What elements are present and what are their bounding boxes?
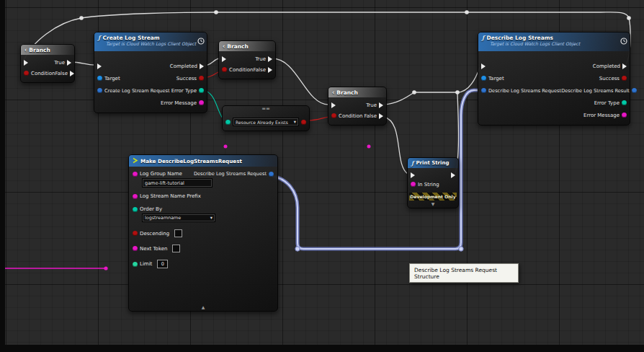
output-struct-pin[interactable] <box>269 172 274 177</box>
pin-label-target: Target <box>488 76 504 82</box>
describe-log-streams-node[interactable]: ƒDescribe Log Streams Target is Cloud Wa… <box>478 32 630 126</box>
pin-label-false: False <box>55 71 68 76</box>
node-title: Describe Log Streams <box>486 35 553 41</box>
exec-out-pin[interactable] <box>451 172 455 178</box>
branch-node-2[interactable]: ‹ Branch True Condition False <box>218 40 276 79</box>
blueprint-graph-canvas[interactable]: ‹ Branch True Condition False ƒCreate Lo… <box>0 0 644 352</box>
string-wire-end[interactable] <box>104 266 107 270</box>
pin-label-true: True <box>255 56 266 62</box>
exec-in-pin[interactable] <box>331 102 336 108</box>
in-string-pin[interactable] <box>411 182 416 187</box>
viewport-edge-left <box>0 0 5 352</box>
exec-in-pin[interactable] <box>481 63 486 69</box>
completed-exec-out-pin[interactable] <box>200 63 204 69</box>
limit-pin[interactable] <box>133 262 138 267</box>
exec-wire <box>384 67 480 105</box>
order-by-dropdown[interactable]: logstreamname ▾ <box>142 214 215 222</box>
error-message-pin[interactable] <box>199 100 204 105</box>
completed-exec-out-pin[interactable] <box>622 63 627 69</box>
print-string-node[interactable]: ƒ Print String In String Development Onl… <box>407 157 459 208</box>
equal-enum-node[interactable]: == Resource Already Exists ▾ <box>222 105 310 131</box>
node-header: ‹ Branch <box>219 41 275 51</box>
condition-pin[interactable] <box>222 67 227 72</box>
string-pin-dangling[interactable] <box>367 145 371 149</box>
exec-in-pin[interactable] <box>222 56 226 62</box>
reroute-node[interactable] <box>412 90 416 94</box>
pin-label-in-string: In String <box>418 182 439 188</box>
descending-checkbox[interactable] <box>174 229 182 237</box>
reroute-node[interactable] <box>79 16 84 20</box>
create-log-stream-node[interactable]: ƒCreate Log Stream Target is Cloud Watch… <box>94 32 207 113</box>
bool-result-pin[interactable] <box>301 120 306 125</box>
pin-label-completed: Completed <box>593 63 620 69</box>
target-pin[interactable] <box>481 76 486 81</box>
node-header: ƒDescribe Log Streams Target is Cloud Wa… <box>478 32 630 51</box>
reroute-node[interactable] <box>214 10 218 14</box>
exec-in-pin[interactable] <box>24 60 28 66</box>
limit-input[interactable]: 0 <box>157 260 168 268</box>
exec-in-pin[interactable] <box>411 172 415 178</box>
pin-label-descending: Descending <box>140 231 169 237</box>
branch-icon: ‹ <box>24 47 27 53</box>
node-title: Branch <box>227 43 249 50</box>
success-pin[interactable] <box>622 76 627 81</box>
exec-wire <box>272 58 328 105</box>
error-type-pin[interactable] <box>622 100 627 105</box>
exec-in-pin[interactable] <box>97 63 102 69</box>
result-pin[interactable] <box>632 88 637 93</box>
pin-label-success: Success <box>176 76 197 82</box>
pin-label-completed: Completed <box>170 63 197 69</box>
descending-pin[interactable] <box>133 231 138 236</box>
pin-label-error-message: Error Message <box>161 100 197 106</box>
node-header: ‹ Branch <box>328 87 386 97</box>
pin-label-error-message: Error Message <box>583 113 620 118</box>
expand-arrow-icon[interactable]: ▼ <box>408 201 458 208</box>
string-pin-dangling[interactable] <box>224 145 228 149</box>
pin-label-log-stream-name-prefix: Log Stream Name Prefix <box>140 193 201 199</box>
exec-out-true-pin[interactable] <box>268 56 272 62</box>
error-type-pin[interactable] <box>199 88 204 93</box>
target-pin[interactable] <box>97 76 102 81</box>
reroute-node[interactable] <box>465 10 469 14</box>
collapse-arrow-icon[interactable]: ▲ <box>129 304 277 311</box>
request-pin[interactable] <box>481 88 486 93</box>
make-describe-log-streams-request-node[interactable]: Make DescribeLogStreamsRequest Log Group… <box>128 154 278 312</box>
exec-out-false-pin[interactable] <box>379 113 383 119</box>
log-group-name-input[interactable] <box>142 178 213 188</box>
request-pin[interactable] <box>97 88 102 93</box>
pin-label-request: Create Log Stream Request <box>104 88 170 94</box>
reroute-node[interactable] <box>455 90 460 94</box>
log-stream-name-prefix-pin[interactable] <box>133 194 138 199</box>
order-by-pin[interactable] <box>133 207 138 212</box>
pin-label-output: Describe Log Streams Request <box>194 171 267 177</box>
exec-out-false-pin[interactable] <box>70 71 74 76</box>
enum-input-pin[interactable] <box>225 120 231 125</box>
success-pin[interactable] <box>199 76 204 81</box>
next-token-field[interactable] <box>172 245 180 252</box>
node-header: ‹ Branch <box>21 45 74 55</box>
enum-selected-value: Resource Already Exists <box>236 120 288 125</box>
branch-node-1[interactable]: ‹ Branch True Condition False <box>20 44 75 83</box>
node-title: Branch <box>336 89 358 96</box>
pin-label-next-token: Next Token <box>140 246 167 252</box>
reroute-node-struct[interactable] <box>459 247 463 251</box>
exec-out-false-pin[interactable] <box>268 67 272 73</box>
reroute-node[interactable] <box>627 16 631 20</box>
error-message-pin[interactable] <box>622 113 627 118</box>
branch-node-3[interactable]: ‹ Branch True Condition False <box>328 87 387 126</box>
latent-clock-icon <box>620 34 627 48</box>
exec-out-true-pin[interactable] <box>67 60 71 66</box>
log-group-name-pin[interactable] <box>133 172 138 177</box>
reroute-node-struct[interactable] <box>295 247 300 251</box>
pin-label-condition: Condition <box>339 113 362 119</box>
pin-label-target: Target <box>104 76 120 82</box>
pin-label-result: Describe Log Streams Result <box>561 88 630 94</box>
enum-value-dropdown[interactable]: Resource Already Exists ▾ <box>233 118 299 126</box>
comment-text: Describe Log Streams Request Structure <box>414 267 514 280</box>
node-header: ƒCreate Log Stream Target is Cloud Watch… <box>94 32 207 51</box>
condition-pin[interactable] <box>331 113 336 118</box>
pin-label-condition: Condition <box>31 71 55 76</box>
next-token-pin[interactable] <box>133 246 138 251</box>
condition-pin[interactable] <box>24 71 29 76</box>
exec-out-true-pin[interactable] <box>379 102 383 108</box>
